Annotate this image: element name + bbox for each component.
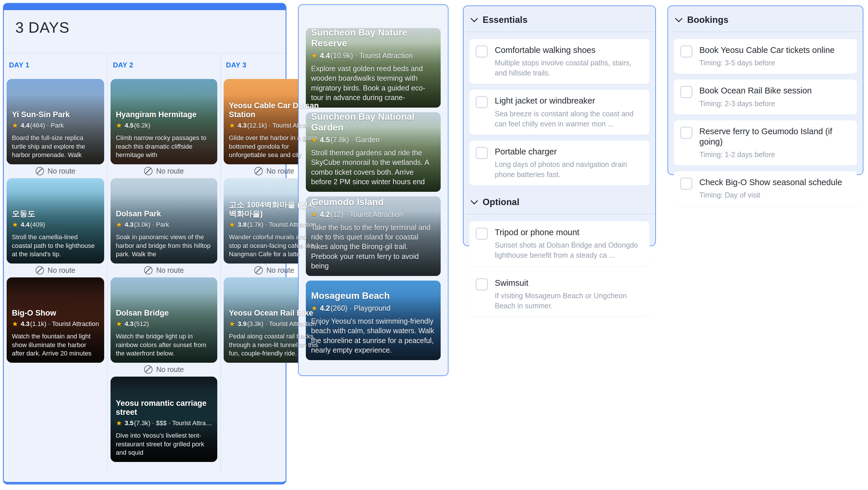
place-card[interactable]: Mosageum Beach ★4.2 (260) · Playground E… [306,281,441,360]
place-card-text: Yi Sun-Sin Park ★4.4 (464) · Park Board … [7,106,104,164]
checklist-item-title: Portable charger [495,146,643,157]
checkbox[interactable] [476,278,488,290]
place-card-rating: ★4.3 (3.0k) · Park [116,221,212,229]
rating-value: 4.3 [238,122,247,129]
checklist-item[interactable]: Swimsuit If visiting Mosageum Beach or U… [469,272,650,317]
places-panel[interactable]: Suncheon Bay Nature Reserve ★4.4 (10.9k)… [298,4,448,376]
rating-meta: (7.3k) · $$$ · Tourist Attra… [134,419,212,427]
section-header[interactable]: Essentials [464,6,655,32]
section-title: Optional [483,197,519,207]
place-card-title: Yeosu romantic carriage street [116,399,212,417]
place-card-text: Suncheon Bay National Garden ★4.5 (7.8k)… [306,112,441,192]
checklist-item[interactable]: Portable charger Long days of photos and… [469,140,650,186]
checklist-item[interactable]: Book Yeosu Cable Car tickets online Timi… [674,39,857,74]
checklist-item-body: Book Ocean Rail Bike session Timing: 2-3… [699,85,850,108]
section-items: Book Yeosu Cable Car tickets online Timi… [668,32,863,209]
itinerary-days: DAY 1 Yi Sun-Sin Park ★4.4 (464) · Park … [4,54,286,475]
checklist-item-title: Light jacket or windbreaker [495,95,643,106]
checkbox[interactable] [476,45,488,58]
place-card-title: Dolsan Park [116,209,212,218]
rating-meta: (260) · Playground [331,304,390,313]
place-card-description: Stroll themed gardens and ride the SkyCu… [311,148,435,187]
no-route-label: No route [111,164,217,177]
place-card-text: 오동도 ★4.4 (409) Stroll the camellia-lined… [7,205,104,263]
rating-value: 4.5 [320,136,330,144]
rating-value: 4.3 [125,221,134,229]
place-card-description: Enjoy Yeosu's most swimming-friendly bea… [311,317,435,355]
checkbox[interactable] [476,228,488,240]
section-header[interactable]: Bookings [668,6,863,32]
place-card-text: Suncheon Bay Nature Reserve ★4.4 (10.9k)… [306,28,441,108]
rating-meta: (1.1k) · Tourist Attraction [30,320,99,328]
place-card-description: Stroll the camellia-lined coastal path t… [12,233,99,258]
place-card-rating: ★4.5 (7.8k) · Garden [311,136,435,144]
place-card-text: Dolsan Park ★4.3 (3.0k) · Park Soak in p… [111,205,217,263]
place-card-text: Geumodo Island ★4.2 (12) · Tourist Attra… [306,196,441,276]
place-card[interactable]: 오동도 ★4.4 (409) Stroll the camellia-lined… [7,178,104,263]
star-icon: ★ [116,221,122,229]
star-icon: ★ [12,122,18,130]
star-icon: ★ [12,320,18,328]
checklist-item-title: Check Big-O Show seasonal schedule [699,177,850,188]
place-card[interactable]: Yi Sun-Sin Park ★4.4 (464) · Park Board … [7,79,104,164]
star-icon: ★ [229,320,235,328]
checklist-item-body: Tripod or phone mount Sunset shots at Do… [495,227,643,260]
checklist-item[interactable]: Check Big-O Show seasonal schedule Timin… [674,171,857,206]
place-card-title: Suncheon Bay Nature Reserve [311,28,435,48]
place-card[interactable]: Suncheon Bay Nature Reserve ★4.4 (10.9k)… [306,28,441,108]
checklist-item[interactable]: Tripod or phone mount Sunset shots at Do… [469,221,650,266]
place-card[interactable]: Big-O Show ★4.3 (1.1k) · Tourist Attract… [7,277,104,363]
checkbox[interactable] [680,45,692,58]
checklist-section: Essentials Comfortable walking shoes Mul… [464,6,655,188]
checklist-item-body: Light jacket or windbreaker Sea breeze i… [495,95,643,129]
section-header[interactable]: Optional [464,188,655,214]
rating-value: 3.8 [238,221,247,229]
chevron-down-icon [675,15,682,22]
place-card-description: Take the bus to the ferry terminal and r… [311,223,435,271]
rating-value: 4.4 [320,52,330,60]
rating-value: 4.2 [320,210,330,219]
checkbox[interactable] [680,127,692,139]
rating-value: 3.5 [125,419,134,427]
checkbox[interactable] [680,177,692,190]
star-icon: ★ [12,221,18,229]
itinerary-title: 3 DAYS [16,19,274,36]
checklist-item-body: Swimsuit If visiting Mosageum Beach or U… [495,278,643,311]
star-icon: ★ [311,304,317,313]
rating-meta: (512) [134,320,149,328]
place-card-title: Hyangiram Hermitage [116,110,212,119]
rating-meta: (409) [30,221,45,229]
place-card[interactable]: Geumodo Island ★4.2 (12) · Tourist Attra… [306,196,441,276]
checklist-section: Optional Tripod or phone mount Sunset sh… [464,188,655,320]
checklist-item-description: Timing: 3-5 days before [699,58,850,68]
places-list: Suncheon Bay Nature Reserve ★4.4 (10.9k)… [299,5,448,360]
place-card[interactable]: Dolsan Park ★4.3 (3.0k) · Park Soak in p… [111,178,217,263]
place-card[interactable]: Suncheon Bay National Garden ★4.5 (7.8k)… [306,112,441,192]
no-route-icon [36,266,44,274]
star-icon: ★ [229,122,235,130]
packing-checklist-panel[interactable]: Essentials Comfortable walking shoes Mul… [463,5,656,246]
no-route-icon [36,167,44,175]
checklist-section: Bookings Book Yeosu Cable Car tickets on… [668,6,863,209]
checkbox[interactable] [680,86,692,98]
checklist-item[interactable]: Comfortable walking shoes Multiple stops… [469,39,650,84]
place-card-description: Watch the bridge light up in rainbow col… [116,332,212,358]
place-card-rating: ★4.2 (12) · Tourist Attraction [311,210,435,219]
checklist-item[interactable]: Light jacket or windbreaker Sea breeze i… [469,90,650,134]
bookings-panel[interactable]: Bookings Book Yeosu Cable Car tickets on… [668,5,863,175]
rating-value: 4.5 [125,122,134,129]
checklist-item-title: Book Yeosu Cable Car tickets online [699,45,850,55]
checklist-item[interactable]: Book Ocean Rail Bike session Timing: 2-3… [674,79,857,114]
place-card-text: Yeosu romantic carriage street ★3.5 (7.3… [111,394,217,462]
checklist-item[interactable]: Reserve ferry to Geumodo Island (if goin… [674,120,857,166]
chevron-down-icon [470,15,478,22]
checklist-item-description: Sea breeze is constant along the coast a… [495,109,643,129]
day-label: DAY 2 [111,54,217,69]
place-card[interactable]: Hyangiram Hermitage ★4.5 (6.2k) Climb na… [111,79,217,164]
day-cards: Yi Sun-Sin Park ★4.4 (464) · Park Board … [7,79,104,363]
itinerary-panel[interactable]: 3 DAYS DAY 1 Yi Sun-Sin Park ★4.4 (464) … [3,3,286,485]
checkbox[interactable] [476,147,488,159]
place-card[interactable]: Dolsan Bridge ★4.3 (512) Watch the bridg… [111,277,217,363]
checkbox[interactable] [476,96,488,108]
place-card[interactable]: Yeosu romantic carriage street ★3.5 (7.3… [111,377,217,462]
